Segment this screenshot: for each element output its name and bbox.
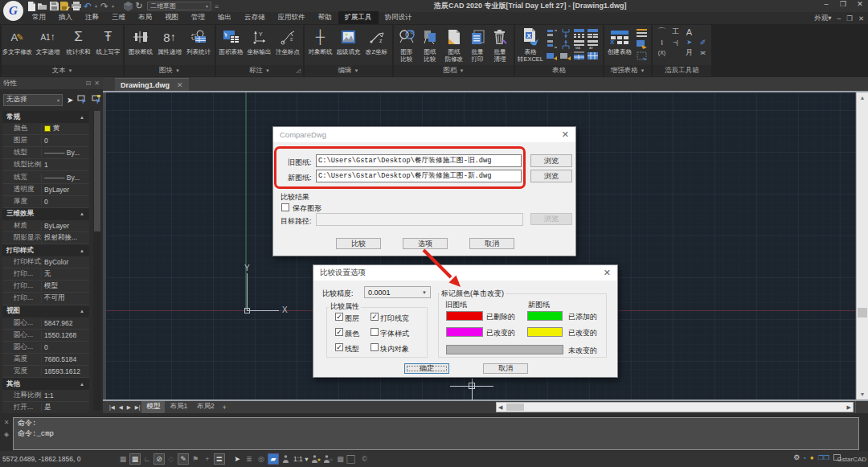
dialog-close-icon[interactable]: ✕ bbox=[562, 129, 569, 140]
unchanged-color-swatch[interactable] bbox=[446, 345, 563, 354]
restore-button[interactable]: ❐ bbox=[838, 0, 848, 8]
quick-select-new-icon[interactable] bbox=[92, 95, 102, 104]
tab-guanli[interactable]: 管理 bbox=[185, 11, 211, 25]
group-label-toolbox[interactable]: 浩辰工具箱 bbox=[653, 65, 711, 76]
close-button[interactable]: ✕ bbox=[855, 0, 865, 8]
section-misc[interactable]: 其他▲ bbox=[2, 378, 89, 390]
dialog-launcher-icon[interactable]: ◿ bbox=[297, 68, 301, 74]
next-layout-icon[interactable]: ▶ bbox=[125, 404, 133, 411]
section-plot-style[interactable]: 打印样式▲ bbox=[2, 244, 89, 256]
area-table-button[interactable]: 面积表格 bbox=[217, 27, 245, 56]
block-break-button[interactable]: 图块断线 bbox=[126, 27, 155, 56]
prop-row-shadow[interactable]: 阴影显示投射和接... bbox=[2, 232, 89, 244]
osnap-icon[interactable]: ✎ bbox=[178, 453, 189, 465]
table-tool-icon[interactable] bbox=[547, 29, 557, 38]
tab-yingyongruanjian[interactable]: 应用软件 bbox=[272, 11, 312, 25]
command-history[interactable]: 命令: 命令:_cmp bbox=[13, 417, 859, 450]
isolate-icon[interactable]: © bbox=[358, 453, 370, 465]
open-folder-icon[interactable] bbox=[38, 1, 47, 11]
isodraft-icon[interactable]: ◇ bbox=[166, 453, 177, 465]
sheet-protect-button[interactable]: 图纸防修改 bbox=[442, 27, 466, 63]
tab-shitu[interactable]: 视图 bbox=[158, 11, 185, 25]
add-layout-button[interactable]: + bbox=[219, 403, 230, 412]
last-layout-icon[interactable]: ▶| bbox=[133, 404, 142, 411]
gear-icon[interactable]: ⚙ bbox=[793, 453, 800, 461]
prop-row-annoscale[interactable]: 注释比例1:1 bbox=[2, 390, 89, 402]
table-tool-icon[interactable] bbox=[637, 29, 647, 38]
compare-button[interactable]: 比较 bbox=[336, 238, 381, 249]
scroll-down-icon[interactable]: ▼ bbox=[857, 389, 868, 399]
browse-old-button[interactable]: 浏览 bbox=[530, 154, 572, 167]
prop-row-height[interactable]: 高度7680.5184 bbox=[2, 354, 89, 366]
tab-model[interactable]: 模型 bbox=[141, 401, 165, 413]
tab-charu[interactable]: 插入 bbox=[52, 11, 79, 25]
snap-grid-icon[interactable]: ▦ bbox=[117, 453, 129, 465]
prop-row-centery[interactable]: 圆心...1550.1268 bbox=[2, 330, 89, 342]
undo-icon[interactable]: ↶ bbox=[83, 1, 92, 11]
cube-3d-icon[interactable] bbox=[123, 1, 133, 11]
prop-row-lineweight[interactable]: 线宽——— By... bbox=[2, 171, 89, 183]
pin-icon[interactable]: ⊡ bbox=[86, 80, 92, 87]
annotate-coordinate-point-button[interactable]: ≡ 注坐标点 bbox=[273, 27, 302, 56]
save-as-icon[interactable] bbox=[60, 1, 70, 11]
ortho-icon[interactable]: ∟ bbox=[141, 453, 153, 465]
scroll-right-icon[interactable]: ▶ bbox=[847, 403, 851, 412]
toolbox-tool-icon[interactable]: ¬| bbox=[673, 39, 678, 46]
precision-combo[interactable]: 0.0001▼ bbox=[364, 286, 431, 298]
tab-layout2[interactable]: 布局2 bbox=[192, 401, 219, 413]
added-color-swatch[interactable] bbox=[527, 311, 563, 321]
vertical-scrollbar[interactable]: ▲ ▼ bbox=[856, 92, 868, 399]
prop-row-linetype[interactable]: 线型——— By... bbox=[2, 147, 89, 159]
prop-row-layer[interactable]: 图层0 bbox=[2, 135, 89, 147]
coordinate-output-button[interactable]: Y 坐标输出 bbox=[245, 27, 273, 56]
annotation-scale[interactable]: 1:1 ▾ bbox=[292, 455, 309, 463]
close-icon[interactable]: ✕ bbox=[4, 419, 10, 426]
doc-close-button[interactable]: ✕ bbox=[858, 14, 864, 23]
table-tool-icon[interactable] bbox=[574, 29, 584, 38]
dialog-title-bar[interactable]: 比较设置选项 bbox=[313, 265, 617, 281]
wrench-icon[interactable]: ◈ bbox=[4, 431, 9, 438]
prop-row-plot2[interactable]: 打印...模型 bbox=[2, 281, 89, 293]
prev-layout-icon[interactable]: ◀ bbox=[117, 404, 125, 411]
prop-row-color[interactable]: 颜色黄 bbox=[2, 123, 89, 135]
cancel-button[interactable]: 取消 bbox=[483, 363, 528, 374]
autoscale-icon[interactable]: ★ bbox=[310, 453, 321, 465]
tab-changyong[interactable]: 常用 bbox=[26, 11, 52, 25]
dialog-close-icon[interactable]: ✕ bbox=[604, 268, 611, 278]
drawing-compare-button[interactable]: 图形比较 bbox=[395, 27, 418, 63]
redo-icon[interactable]: ↷ bbox=[100, 1, 109, 11]
bulb-icon[interactable]: ● bbox=[810, 454, 814, 461]
dialog-title-bar[interactable]: CompareDwg bbox=[273, 127, 575, 142]
scrollbar-thumb[interactable] bbox=[94, 111, 100, 231]
document-tab[interactable]: Drawing1.dwg ✕ bbox=[115, 78, 189, 91]
tab-buju[interactable]: 布局 bbox=[132, 11, 158, 25]
horizontal-scrollbar[interactable]: ◀ ▶ bbox=[496, 402, 854, 412]
group-label-document[interactable]: 图档▼ bbox=[394, 65, 514, 76]
table-tool-icon[interactable] bbox=[574, 51, 584, 60]
change-z-button[interactable]: z 改Z坐标 bbox=[362, 27, 391, 56]
changed-old-color-swatch[interactable] bbox=[446, 327, 483, 337]
selection-dropdown[interactable]: 无选择▾ bbox=[3, 94, 63, 106]
group-label-enhanced-table[interactable]: 增强表格▼ bbox=[604, 65, 651, 76]
list-statistics-button[interactable]: 列表统计 bbox=[184, 27, 213, 56]
qat-menu-icon[interactable]: = bbox=[215, 2, 219, 10]
table-tool-icon[interactable]: MA bbox=[574, 40, 584, 49]
tab-kuozhangongju[interactable]: 扩展工具 bbox=[338, 11, 379, 25]
toolbox-tool-icon[interactable]: 月 bbox=[686, 47, 693, 58]
otrack-icon[interactable]: ⚑ bbox=[190, 453, 201, 465]
annotation-visibility-icon[interactable] bbox=[280, 453, 291, 465]
table-tool-icon[interactable] bbox=[588, 29, 598, 38]
table-tool-icon[interactable]: AV bbox=[588, 40, 598, 49]
super-hatch-button[interactable]: 超级填充 bbox=[334, 27, 362, 56]
tab-xietongsheji[interactable]: 协同设计 bbox=[379, 11, 419, 25]
polar-tracking-icon[interactable]: ⊘ bbox=[154, 453, 165, 465]
group-label-dimension[interactable]: 标注▼ bbox=[216, 65, 303, 76]
toolbox-tool-icon[interactable]: ➤ bbox=[686, 39, 692, 46]
prop-row-width[interactable]: 宽度18593.1612 bbox=[2, 366, 89, 378]
linetype-checkbox[interactable]: ✓ bbox=[335, 343, 343, 351]
attribute-increment-button[interactable]: 8↑ 属性递增 bbox=[155, 27, 184, 56]
table-tool-icon[interactable] bbox=[561, 40, 571, 49]
selection-cycling-icon[interactable]: ➤ bbox=[231, 453, 243, 465]
zoom-icon[interactable]: ◎ bbox=[256, 453, 267, 465]
grid-display-icon[interactable]: ▦ bbox=[129, 453, 141, 465]
